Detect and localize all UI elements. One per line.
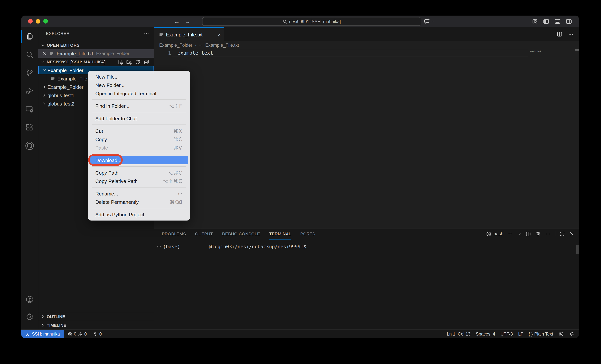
indentation[interactable]: Spaces: 4 bbox=[476, 332, 495, 336]
kill-terminal-icon[interactable] bbox=[535, 231, 541, 237]
activity-github[interactable] bbox=[21, 137, 38, 155]
customize-layout-icon[interactable] bbox=[532, 18, 538, 24]
forward-button[interactable]: → bbox=[185, 16, 190, 27]
tab-bar: Example_File.txt × bbox=[154, 27, 579, 41]
menu-item-new-file[interactable]: New File... bbox=[90, 73, 188, 81]
editor-content[interactable]: 1 example text example text bbox=[154, 49, 579, 228]
terminal-output[interactable]: (base) @login03:/nesi/nobackup/nesi99991… bbox=[154, 244, 573, 249]
open-editor-item[interactable]: Example_File.txt Example_Folder bbox=[38, 49, 154, 58]
ports-status[interactable]: 0 bbox=[93, 332, 102, 336]
menu-item-download[interactable]: Download... bbox=[90, 156, 188, 164]
bell-icon[interactable] bbox=[569, 331, 574, 337]
tab-label: Example_File.txt bbox=[166, 32, 202, 37]
menu-item-label: Add as Python Project bbox=[95, 212, 144, 217]
back-button[interactable]: ← bbox=[174, 16, 180, 27]
tab-debug-console[interactable]: DEBUG CONSOLE bbox=[222, 228, 260, 239]
maximize-panel-icon[interactable] bbox=[560, 231, 565, 237]
collapse-all-icon[interactable] bbox=[144, 59, 149, 65]
refresh-icon[interactable] bbox=[135, 59, 140, 65]
menu-item-rename[interactable]: Rename...↩ bbox=[90, 189, 188, 198]
new-folder-icon[interactable] bbox=[126, 59, 132, 65]
chevron-right-icon bbox=[40, 322, 46, 328]
close-icon[interactable] bbox=[42, 51, 47, 56]
cursor-position[interactable]: Ln 1, Col 13 bbox=[447, 332, 471, 336]
split-terminal-icon[interactable] bbox=[525, 231, 531, 237]
new-terminal-icon[interactable] bbox=[508, 231, 513, 237]
remote-indicator[interactable]: SSH: mahuika bbox=[21, 330, 64, 338]
problems-status[interactable]: 0 0 bbox=[67, 332, 87, 336]
menu-item-new-folder[interactable]: New Folder... bbox=[90, 81, 188, 89]
outline-section[interactable]: OUTLINE bbox=[38, 312, 154, 321]
menu-item-copy-path[interactable]: Copy Path⌥⌘C bbox=[90, 169, 188, 177]
tab-terminal[interactable]: TERMINAL bbox=[269, 228, 291, 239]
accounts-button[interactable] bbox=[21, 291, 38, 308]
tab-problems[interactable]: PROBLEMS bbox=[162, 228, 186, 239]
indent-guide bbox=[47, 74, 47, 83]
menu-item-paste: Paste⌘V bbox=[90, 144, 188, 152]
menu-item-shortcut: ⌘X bbox=[173, 128, 182, 134]
language-mode[interactable]: { } Plain Text bbox=[529, 332, 553, 336]
chat-button[interactable] bbox=[424, 16, 434, 27]
breadcrumb-folder[interactable]: Example_Folder bbox=[159, 42, 192, 48]
more-actions-icon[interactable] bbox=[545, 231, 551, 237]
chevron-down-icon[interactable] bbox=[517, 232, 521, 236]
menu-item-copy-relative-path[interactable]: Copy Relative Path⌥⇧⌘C bbox=[90, 177, 188, 185]
activity-run-debug[interactable] bbox=[21, 82, 38, 100]
chevron-right-icon bbox=[41, 84, 48, 90]
menu-item-label: Find in Folder... bbox=[95, 103, 129, 109]
close-window-button[interactable] bbox=[28, 19, 33, 24]
more-actions-icon[interactable] bbox=[568, 31, 574, 37]
error-icon bbox=[67, 332, 72, 336]
bash-icon bbox=[486, 231, 491, 237]
settings-button[interactable] bbox=[21, 308, 38, 326]
tab-ports[interactable]: PORTS bbox=[300, 228, 315, 239]
copilot-disabled-icon[interactable] bbox=[559, 331, 564, 337]
encoding[interactable]: UTF-8 bbox=[501, 332, 513, 336]
timeline-section[interactable]: TIMELINE bbox=[38, 321, 154, 329]
activity-extensions[interactable] bbox=[21, 118, 38, 137]
terminal-shell-badge[interactable]: bash bbox=[486, 231, 503, 237]
toggle-panel-icon[interactable] bbox=[554, 18, 561, 24]
tab-close-icon[interactable]: × bbox=[218, 32, 221, 37]
menu-item-delete-permanently[interactable]: Delete Permanently⌘⌫ bbox=[90, 198, 188, 206]
new-file-icon[interactable] bbox=[117, 59, 123, 65]
more-actions-icon[interactable] bbox=[144, 30, 149, 36]
command-decoration-icon bbox=[157, 245, 161, 248]
open-editor-label: Example_File.txt bbox=[57, 51, 93, 56]
activity-search[interactable] bbox=[21, 46, 38, 64]
menu-item-add-as-python-project[interactable]: Add as Python Project bbox=[90, 210, 188, 219]
activity-source-control[interactable] bbox=[21, 64, 38, 82]
panel-actions: bash bbox=[486, 229, 574, 239]
editor-actions bbox=[557, 27, 574, 41]
minimize-window-button[interactable] bbox=[36, 19, 40, 24]
workspace-header[interactable]: NESI99991 [SSH: MAHUIKA] bbox=[38, 58, 154, 66]
tab-example-file[interactable]: Example_File.txt × bbox=[154, 27, 224, 41]
eol[interactable]: LF bbox=[518, 332, 523, 336]
split-editor-icon[interactable] bbox=[557, 31, 563, 37]
close-panel-icon[interactable] bbox=[569, 231, 574, 237]
zoom-window-button[interactable] bbox=[43, 19, 48, 24]
toggle-primary-sidebar-icon[interactable] bbox=[543, 18, 549, 24]
activity-remote-explorer[interactable] bbox=[21, 100, 38, 118]
terminal-scrollbar[interactable] bbox=[576, 245, 579, 254]
tab-output[interactable]: OUTPUT bbox=[195, 228, 213, 239]
editor-scrollbar[interactable] bbox=[574, 49, 579, 228]
menu-item-find-in-folder[interactable]: Find in Folder...⌥⇧F bbox=[90, 102, 188, 110]
menu-item-label: Copy Relative Path bbox=[95, 178, 138, 184]
scrollbar-slider[interactable] bbox=[575, 49, 579, 51]
menu-item-add-folder-to-chat[interactable]: Add Folder to Chat bbox=[90, 114, 188, 123]
error-count: 0 bbox=[74, 332, 76, 336]
menu-item-cut[interactable]: Cut⌘X bbox=[90, 127, 188, 135]
menu-item-copy[interactable]: Copy⌘C bbox=[90, 135, 188, 144]
files-icon bbox=[25, 32, 34, 41]
command-center-search[interactable]: nesi99991 [SSH: mahuika] bbox=[202, 17, 421, 26]
file-icon bbox=[49, 51, 54, 56]
menu-item-open-integrated-terminal[interactable]: Open in Integrated Terminal bbox=[90, 89, 188, 97]
menu-item-shortcut: ↩ bbox=[178, 191, 182, 196]
breadcrumb-file[interactable]: Example_File.txt bbox=[205, 42, 239, 48]
open-editors-header[interactable]: OPEN EDITORS bbox=[38, 41, 154, 49]
minimap[interactable]: example text bbox=[529, 49, 574, 72]
toggle-secondary-sidebar-icon[interactable] bbox=[566, 18, 572, 24]
activity-explorer[interactable] bbox=[21, 27, 38, 46]
search-icon bbox=[283, 19, 287, 24]
